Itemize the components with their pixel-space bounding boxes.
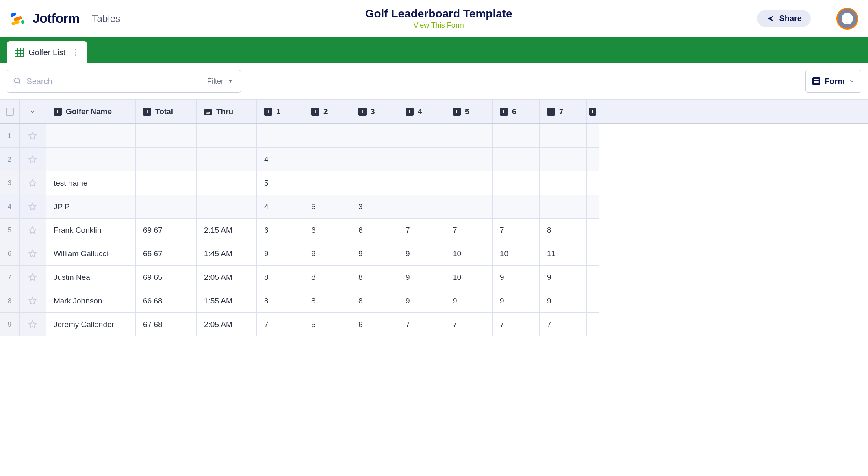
cell-golfer-name[interactable]: Jeremy Callender <box>46 313 136 336</box>
cell-hole[interactable]: 7 <box>257 313 304 336</box>
cell-golfer-name[interactable]: JP P <box>46 195 136 219</box>
cell-total[interactable]: 67 68 <box>136 313 197 336</box>
cell-hole[interactable]: 9 <box>398 266 445 289</box>
view-selector[interactable]: Form <box>805 70 861 93</box>
cell-total[interactable]: 66 68 <box>136 289 197 313</box>
cell-total[interactable] <box>136 148 197 171</box>
cell-hole[interactable]: 9 <box>493 289 540 313</box>
table-row[interactable]: 9Jeremy Callender67 682:05 AM7567777 <box>0 313 868 336</box>
cell-hole[interactable] <box>351 124 398 148</box>
cell-hole[interactable] <box>493 148 540 171</box>
star-icon[interactable] <box>28 320 37 329</box>
cell-hole[interactable] <box>304 124 351 148</box>
cell-hole[interactable]: 8 <box>351 266 398 289</box>
star-icon[interactable] <box>28 131 37 141</box>
column-header-hole[interactable]: T2 <box>304 100 351 123</box>
cell-hole[interactable] <box>540 148 587 171</box>
filter-button[interactable]: Filter <box>200 70 241 93</box>
cell-thru[interactable]: 2:05 AM <box>197 313 257 336</box>
cell-hole[interactable]: 10 <box>493 242 540 266</box>
table-row[interactable]: 6William Gallucci66 671:45 AM9999101011 <box>0 242 868 266</box>
cell-hole[interactable]: 3 <box>351 195 398 219</box>
cell-thru[interactable]: 1:55 AM <box>197 289 257 313</box>
search-input[interactable] <box>26 77 195 86</box>
cell-thru[interactable] <box>197 195 257 219</box>
cell-hole[interactable]: 7 <box>398 219 445 242</box>
cell-hole[interactable]: 8 <box>257 266 304 289</box>
cell-hole[interactable] <box>493 195 540 219</box>
table-row[interactable]: 3test name5 <box>0 171 868 195</box>
column-header-thru[interactable]: 10 Thru <box>197 100 257 123</box>
star-icon[interactable] <box>28 202 37 212</box>
cell-hole[interactable] <box>304 148 351 171</box>
avatar[interactable] <box>836 8 858 30</box>
cell-thru[interactable] <box>197 171 257 195</box>
cell-hole[interactable] <box>540 195 587 219</box>
column-header-hole[interactable]: T6 <box>493 100 540 123</box>
star-icon[interactable] <box>28 296 37 306</box>
cell-hole[interactable] <box>540 171 587 195</box>
cell-hole[interactable]: 5 <box>257 171 304 195</box>
cell-hole[interactable]: 7 <box>493 313 540 336</box>
table-row[interactable]: 7Justin Neal69 652:05 AM88891099 <box>0 266 868 289</box>
cell-hole[interactable]: 6 <box>351 313 398 336</box>
column-header-hole[interactable]: T1 <box>257 100 304 123</box>
cell-golfer-name[interactable]: Mark Johnson <box>46 289 136 313</box>
table-row[interactable]: 5Frank Conklin69 672:15 AM6667778 <box>0 219 868 242</box>
cell-hole[interactable]: 7 <box>445 313 493 336</box>
column-header-hole[interactable]: T5 <box>445 100 493 123</box>
column-header-golfer-name[interactable]: T Golfer Name <box>46 100 136 123</box>
chevron-down-icon[interactable] <box>30 109 35 115</box>
cell-golfer-name[interactable]: Frank Conklin <box>46 219 136 242</box>
star-icon[interactable] <box>28 155 37 164</box>
cell-golfer-name[interactable]: Justin Neal <box>46 266 136 289</box>
cell-hole[interactable]: 9 <box>493 266 540 289</box>
column-header-hole[interactable]: T4 <box>398 100 445 123</box>
cell-hole[interactable] <box>257 124 304 148</box>
cell-hole[interactable]: 10 <box>445 242 493 266</box>
table-row[interactable]: 8Mark Johnson66 681:55 AM8889999 <box>0 289 868 313</box>
brand-logo[interactable]: Jotform <box>10 11 80 27</box>
cell-hole[interactable] <box>398 148 445 171</box>
cell-hole[interactable]: 9 <box>351 242 398 266</box>
select-all-checkbox[interactable] <box>6 108 14 116</box>
cell-hole[interactable]: 9 <box>540 289 587 313</box>
cell-hole[interactable]: 6 <box>304 219 351 242</box>
tab-golfer-list[interactable]: Golfer List <box>7 41 87 63</box>
tables-label[interactable]: Tables <box>92 13 120 24</box>
cell-hole[interactable]: 9 <box>398 242 445 266</box>
cell-golfer-name[interactable]: William Gallucci <box>46 242 136 266</box>
cell-total[interactable] <box>136 195 197 219</box>
cell-hole[interactable]: 4 <box>257 148 304 171</box>
cell-hole[interactable]: 6 <box>257 219 304 242</box>
cell-hole[interactable]: 9 <box>445 289 493 313</box>
cell-hole[interactable]: 6 <box>351 219 398 242</box>
cell-thru[interactable] <box>197 124 257 148</box>
cell-hole[interactable] <box>445 195 493 219</box>
cell-total[interactable]: 69 65 <box>136 266 197 289</box>
star-icon[interactable] <box>28 178 37 188</box>
cell-hole[interactable] <box>445 171 493 195</box>
cell-hole[interactable] <box>445 148 493 171</box>
table-row[interactable]: 1 <box>0 124 868 148</box>
cell-hole[interactable]: 9 <box>540 266 587 289</box>
cell-hole[interactable]: 7 <box>540 313 587 336</box>
cell-thru[interactable]: 2:15 AM <box>197 219 257 242</box>
cell-golfer-name[interactable]: test name <box>46 171 136 195</box>
tab-menu-icon[interactable] <box>72 49 79 56</box>
cell-golfer-name[interactable] <box>46 148 136 171</box>
column-header-total[interactable]: T Total <box>136 100 197 123</box>
cell-hole[interactable] <box>398 195 445 219</box>
cell-hole[interactable]: 8 <box>351 289 398 313</box>
cell-hole[interactable]: 8 <box>540 219 587 242</box>
cell-hole[interactable]: 11 <box>540 242 587 266</box>
cell-hole[interactable] <box>540 124 587 148</box>
cell-hole[interactable]: 8 <box>304 266 351 289</box>
cell-total[interactable] <box>136 171 197 195</box>
view-form-link[interactable]: View This Form <box>120 21 757 30</box>
cell-hole[interactable] <box>304 171 351 195</box>
cell-hole[interactable] <box>351 148 398 171</box>
cell-hole[interactable] <box>493 171 540 195</box>
table-row[interactable]: 24 <box>0 148 868 171</box>
cell-hole[interactable]: 10 <box>445 266 493 289</box>
